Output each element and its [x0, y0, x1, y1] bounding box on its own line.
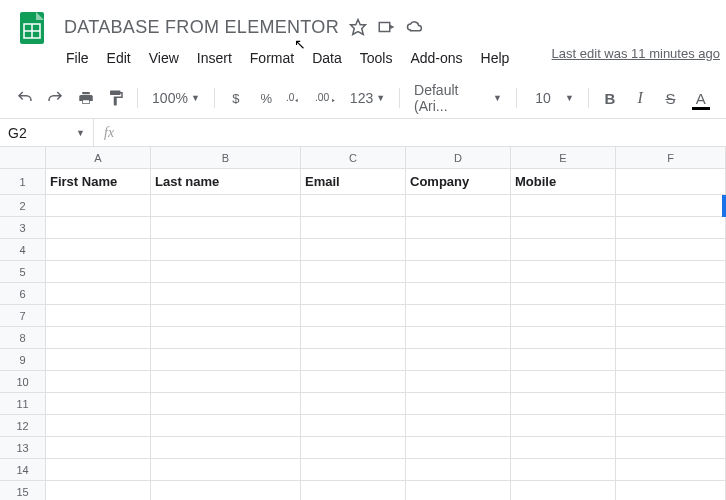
cell[interactable] — [301, 305, 406, 327]
row-header[interactable]: 14 — [0, 459, 46, 481]
cell[interactable] — [46, 371, 151, 393]
cell[interactable] — [151, 305, 301, 327]
undo-button[interactable] — [12, 84, 38, 112]
select-all-corner[interactable] — [0, 147, 46, 169]
cell[interactable] — [301, 195, 406, 217]
menu-insert[interactable]: Insert — [189, 46, 240, 70]
redo-button[interactable] — [42, 84, 68, 112]
cell[interactable] — [511, 195, 616, 217]
number-format-selector[interactable]: 123▼ — [344, 84, 391, 112]
strikethrough-button[interactable]: S — [657, 84, 683, 112]
row-header[interactable]: 15 — [0, 481, 46, 500]
cell[interactable] — [46, 327, 151, 349]
row-header[interactable]: 9 — [0, 349, 46, 371]
cell[interactable] — [151, 217, 301, 239]
cell[interactable] — [616, 283, 726, 305]
cell[interactable] — [46, 305, 151, 327]
row-header[interactable]: 4 — [0, 239, 46, 261]
zoom-selector[interactable]: 100%▼ — [146, 84, 206, 112]
cell[interactable] — [301, 261, 406, 283]
currency-button[interactable]: $ — [223, 84, 249, 112]
row-header[interactable]: 6 — [0, 283, 46, 305]
decrease-decimal-button[interactable]: .0 — [283, 84, 309, 112]
cell[interactable] — [406, 239, 511, 261]
cell[interactable] — [151, 283, 301, 305]
row-header[interactable]: 11 — [0, 393, 46, 415]
text-color-button[interactable]: A — [688, 84, 714, 112]
cell[interactable] — [151, 459, 301, 481]
cell[interactable] — [46, 437, 151, 459]
menu-file[interactable]: File — [58, 46, 97, 70]
row-header[interactable]: 5 — [0, 261, 46, 283]
cell[interactable] — [616, 437, 726, 459]
cell[interactable] — [151, 437, 301, 459]
row-header[interactable]: 7 — [0, 305, 46, 327]
cell[interactable] — [406, 481, 511, 500]
cell[interactable] — [511, 239, 616, 261]
cell[interactable] — [46, 393, 151, 415]
formula-input[interactable] — [124, 119, 726, 146]
menu-addons[interactable]: Add-ons — [402, 46, 470, 70]
menu-format[interactable]: Format — [242, 46, 302, 70]
cell[interactable] — [616, 327, 726, 349]
font-family-selector[interactable]: Default (Ari...▼ — [408, 84, 508, 112]
cell[interactable] — [46, 459, 151, 481]
document-title[interactable]: DATABASE FROM ELEMENTOR — [64, 17, 339, 38]
column-header[interactable]: E — [511, 147, 616, 169]
move-icon[interactable] — [377, 18, 395, 36]
cell[interactable] — [511, 305, 616, 327]
cell[interactable] — [616, 217, 726, 239]
cell[interactable] — [406, 283, 511, 305]
cell[interactable] — [616, 195, 726, 217]
cell[interactable] — [301, 415, 406, 437]
last-edit-link[interactable]: Last edit was 11 minutes ago — [552, 46, 720, 70]
cell[interactable] — [616, 393, 726, 415]
cell[interactable] — [511, 327, 616, 349]
cell[interactable] — [46, 217, 151, 239]
row-header[interactable]: 1 — [0, 169, 46, 195]
column-header[interactable]: D — [406, 147, 511, 169]
increase-decimal-button[interactable]: .00 — [314, 84, 340, 112]
cell[interactable] — [301, 459, 406, 481]
cell[interactable] — [151, 349, 301, 371]
cell[interactable]: First Name — [46, 169, 151, 195]
cell[interactable] — [616, 239, 726, 261]
cell[interactable] — [46, 415, 151, 437]
cell[interactable] — [511, 261, 616, 283]
cell[interactable] — [151, 261, 301, 283]
cell[interactable] — [301, 283, 406, 305]
cell[interactable] — [406, 305, 511, 327]
cell[interactable]: Mobile — [511, 169, 616, 195]
cell[interactable] — [151, 481, 301, 500]
cell[interactable] — [46, 283, 151, 305]
sheets-logo[interactable] — [12, 8, 52, 48]
cell[interactable]: Last name — [151, 169, 301, 195]
cell[interactable] — [46, 349, 151, 371]
cell[interactable] — [511, 393, 616, 415]
row-header[interactable]: 8 — [0, 327, 46, 349]
cell[interactable]: Email — [301, 169, 406, 195]
column-header[interactable]: F — [616, 147, 726, 169]
column-header[interactable]: B — [151, 147, 301, 169]
row-header[interactable]: 10 — [0, 371, 46, 393]
cell[interactable] — [46, 481, 151, 500]
cell[interactable] — [151, 239, 301, 261]
cell[interactable] — [151, 371, 301, 393]
menu-view[interactable]: View — [141, 46, 187, 70]
cell[interactable] — [511, 217, 616, 239]
cell[interactable] — [511, 349, 616, 371]
cell[interactable] — [151, 327, 301, 349]
cell[interactable] — [406, 393, 511, 415]
cell[interactable] — [46, 239, 151, 261]
cell[interactable] — [616, 415, 726, 437]
cell[interactable] — [616, 305, 726, 327]
menu-tools[interactable]: Tools — [352, 46, 401, 70]
cell[interactable] — [511, 415, 616, 437]
percent-button[interactable]: % — [253, 84, 279, 112]
cell[interactable] — [301, 349, 406, 371]
cell[interactable] — [616, 371, 726, 393]
cell[interactable] — [151, 415, 301, 437]
cell[interactable] — [301, 481, 406, 500]
column-header[interactable]: A — [46, 147, 151, 169]
cell[interactable] — [616, 481, 726, 500]
